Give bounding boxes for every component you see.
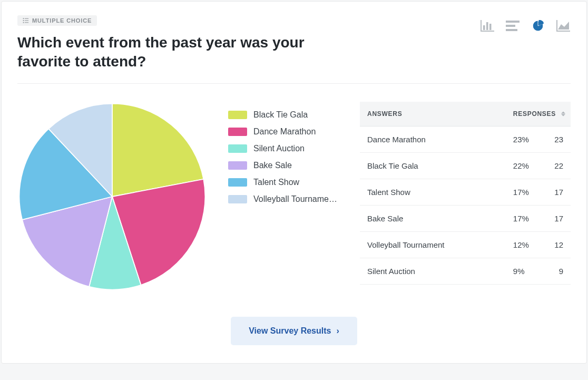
list-icon <box>23 17 29 24</box>
legend-label: Dance Marathon <box>253 127 316 137</box>
count-cell: 9 <box>544 258 571 284</box>
svg-rect-12 <box>506 25 515 27</box>
legend-label: Black Tie Gala <box>253 110 308 120</box>
card-header: MULTIPLE CHOICE Which event from the pas… <box>17 15 571 72</box>
cta-label: View Survey Results <box>249 326 331 336</box>
table-row: Bake Sale17%17 <box>360 205 571 231</box>
legend-item: Silent Auction <box>228 144 339 153</box>
svg-rect-11 <box>506 21 520 23</box>
answer-cell: Talent Show <box>360 179 506 205</box>
pct-cell: 9% <box>506 258 544 284</box>
legend-item: Black Tie Gala <box>228 110 339 120</box>
area-chart-icon <box>556 20 570 32</box>
answer-cell: Bake Sale <box>360 205 506 231</box>
col-answers[interactable]: ANSWERS <box>360 102 506 126</box>
survey-result-card: MULTIPLE CHOICE Which event from the pas… <box>1 1 587 364</box>
legend-swatch <box>228 195 247 203</box>
responses-table: ANSWERS RESPONSES Dance Marathon23%23Bla… <box>360 102 571 285</box>
legend-label: Silent Auction <box>253 144 305 153</box>
chart-type-tabs <box>480 15 571 33</box>
legend-item: Dance Marathon <box>228 127 339 137</box>
pie-chart <box>17 102 207 294</box>
question-title: Which event from the past year was your … <box>17 33 344 72</box>
bar-chart-icon <box>481 20 494 32</box>
legend-label: Bake Sale <box>253 161 292 170</box>
svg-point-2 <box>23 20 24 21</box>
legend-swatch <box>228 128 247 136</box>
chevron-right-icon: › <box>336 326 339 336</box>
chart-legend: Black Tie GalaDance MarathonSilent Aucti… <box>228 102 339 211</box>
header-left: MULTIPLE CHOICE Which event from the pas… <box>17 15 480 72</box>
count-cell: 12 <box>544 231 571 258</box>
svg-point-0 <box>23 18 24 19</box>
badge-label: MULTIPLE CHOICE <box>32 17 92 24</box>
header-divider <box>17 83 571 84</box>
svg-rect-13 <box>506 29 517 31</box>
legend-swatch <box>228 144 247 153</box>
svg-rect-1 <box>25 18 29 19</box>
svg-rect-3 <box>25 20 29 21</box>
chart-tab-area[interactable] <box>556 18 571 33</box>
legend-swatch <box>228 111 247 119</box>
answer-cell: Volleyball Tournament <box>360 231 506 258</box>
answer-cell: Black Tie Gala <box>360 152 506 179</box>
pie-chart-svg <box>17 102 207 291</box>
svg-rect-9 <box>486 22 488 30</box>
count-cell: 22 <box>544 152 571 179</box>
svg-rect-8 <box>483 25 485 30</box>
col-responses[interactable]: RESPONSES <box>506 102 571 126</box>
count-cell: 23 <box>544 126 571 152</box>
table-row: Volleyball Tournament12%12 <box>360 231 571 258</box>
legend-swatch <box>228 161 247 170</box>
results-body: Black Tie GalaDance MarathonSilent Aucti… <box>17 102 571 294</box>
svg-rect-10 <box>489 24 492 30</box>
pie-chart-icon <box>531 20 545 32</box>
table-row: Silent Auction9%9 <box>360 258 571 284</box>
answer-cell: Silent Auction <box>360 258 506 284</box>
table-row: Talent Show17%17 <box>360 179 571 205</box>
pct-cell: 17% <box>506 205 544 231</box>
pct-cell: 23% <box>506 126 544 152</box>
view-survey-results-button[interactable]: View Survey Results › <box>231 317 357 345</box>
legend-item: Bake Sale <box>228 161 339 170</box>
legend-item: Volleyball Tournamen... <box>228 194 339 204</box>
table-row: Black Tie Gala22%22 <box>360 152 571 179</box>
sort-icon <box>561 111 565 116</box>
question-type-badge: MULTIPLE CHOICE <box>17 15 97 26</box>
horizontal-bar-icon <box>506 20 520 32</box>
legend-item: Talent Show <box>228 178 339 187</box>
chart-tab-bar-horizontal[interactable] <box>505 18 520 33</box>
count-cell: 17 <box>544 179 571 205</box>
chart-tab-pie[interactable] <box>531 18 545 33</box>
count-cell: 17 <box>544 205 571 231</box>
pct-cell: 17% <box>506 179 544 205</box>
table-row: Dance Marathon23%23 <box>360 126 571 152</box>
answer-cell: Dance Marathon <box>360 126 506 152</box>
svg-point-4 <box>23 22 24 23</box>
card-footer: View Survey Results › <box>17 317 571 345</box>
legend-label: Volleyball Tournamen... <box>253 194 339 204</box>
pct-cell: 12% <box>506 231 544 258</box>
svg-rect-5 <box>25 22 29 23</box>
chart-tab-bar-vertical[interactable] <box>480 18 495 33</box>
legend-label: Talent Show <box>253 178 299 187</box>
legend-swatch <box>228 178 247 187</box>
pct-cell: 22% <box>506 152 544 179</box>
